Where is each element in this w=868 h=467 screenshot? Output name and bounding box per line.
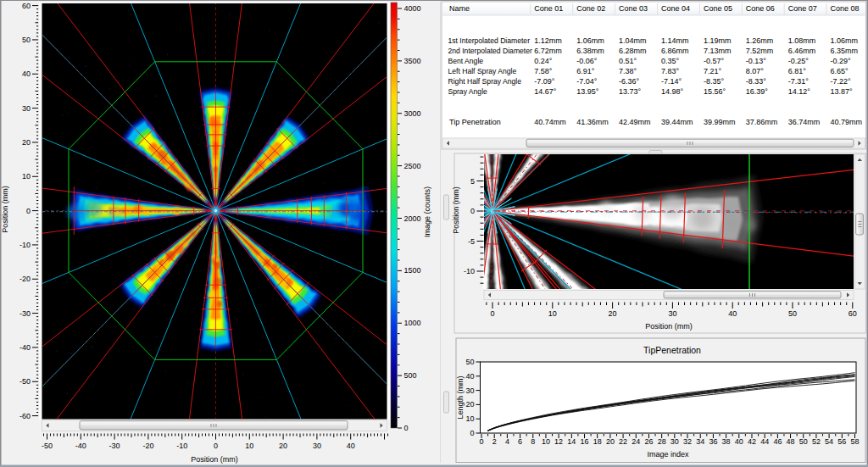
svg-text:500: 500: [404, 371, 417, 380]
svg-text:20: 20: [606, 437, 615, 446]
svg-text:10: 10: [245, 442, 253, 450]
svg-text:8: 8: [531, 437, 535, 446]
svg-text:0.24°: 0.24°: [534, 57, 553, 65]
svg-text:39.44mm: 39.44mm: [661, 118, 693, 126]
svg-text:5: 5: [470, 177, 475, 186]
svg-text:0: 0: [214, 442, 218, 450]
svg-text:15.56°: 15.56°: [704, 87, 726, 96]
svg-text:6.38mm: 6.38mm: [576, 47, 604, 55]
svg-text:42: 42: [748, 437, 756, 446]
svg-text:13.87°: 13.87°: [831, 87, 854, 96]
svg-text:-50: -50: [19, 377, 31, 386]
svg-text:6.91°: 6.91°: [576, 67, 595, 75]
svg-text:41.36mm: 41.36mm: [576, 118, 609, 126]
svg-text:16.39°: 16.39°: [746, 87, 769, 96]
svg-text:-10: -10: [176, 442, 187, 450]
svg-text:Cone 01: Cone 01: [534, 4, 563, 13]
svg-text:1.14mm: 1.14mm: [661, 36, 689, 45]
svg-text:28: 28: [658, 437, 666, 446]
svg-text:Spray Angle: Spray Angle: [448, 87, 488, 96]
svg-text:14.12°: 14.12°: [788, 87, 811, 96]
svg-text:60: 60: [849, 309, 857, 318]
svg-text:1.26mm: 1.26mm: [746, 36, 774, 45]
svg-text:Position (mm): Position (mm): [452, 186, 460, 234]
svg-text:-6.36°: -6.36°: [619, 77, 640, 86]
svg-text:7.21°: 7.21°: [704, 67, 722, 75]
svg-text:-10: -10: [19, 241, 31, 249]
svg-text:-30: -30: [19, 309, 31, 318]
svg-text:-7.09°: -7.09°: [534, 77, 555, 86]
svg-text:Position (mm): Position (mm): [1, 186, 9, 233]
svg-text:20: 20: [279, 442, 287, 450]
svg-text:2nd Interpolated Diameter: 2nd Interpolated Diameter: [448, 47, 533, 55]
svg-text:0: 0: [470, 207, 475, 215]
svg-text:2: 2: [492, 437, 497, 446]
svg-text:0: 0: [404, 424, 409, 432]
svg-text:14.67°: 14.67°: [534, 87, 557, 96]
svg-text:Name: Name: [449, 4, 470, 13]
svg-text:-40: -40: [19, 343, 31, 352]
svg-text:Bent Angle: Bent Angle: [448, 57, 484, 65]
svg-text:10: 10: [542, 437, 550, 446]
svg-text:20: 20: [465, 400, 474, 409]
svg-text:-5: -5: [468, 237, 475, 246]
svg-text:1.08mm: 1.08mm: [788, 36, 816, 45]
svg-text:Right Half Spray Angle: Right Half Spray Angle: [448, 77, 522, 86]
svg-text:-0.29°: -0.29°: [831, 57, 852, 65]
svg-text:52: 52: [812, 437, 821, 446]
svg-text:-0.06°: -0.06°: [576, 57, 598, 65]
svg-text:4: 4: [505, 437, 509, 446]
svg-text:40: 40: [728, 309, 737, 318]
svg-text:-0.13°: -0.13°: [746, 57, 767, 65]
svg-text:50: 50: [465, 358, 474, 366]
svg-text:-0.57°: -0.57°: [704, 57, 725, 65]
svg-text:6: 6: [518, 437, 522, 446]
svg-text:39.99mm: 39.99mm: [704, 118, 736, 126]
svg-text:-7.14°: -7.14°: [661, 77, 682, 86]
svg-text:-10: -10: [464, 267, 475, 275]
svg-text:37.86mm: 37.86mm: [746, 118, 778, 126]
svg-text:-60: -60: [19, 412, 31, 420]
svg-text:-0.25°: -0.25°: [788, 57, 810, 65]
svg-text:50: 50: [799, 437, 808, 446]
svg-text:7.13mm: 7.13mm: [704, 47, 732, 55]
svg-text:10: 10: [548, 309, 557, 318]
svg-text:50: 50: [22, 36, 31, 44]
svg-text:6.65°: 6.65°: [831, 67, 849, 75]
svg-text:6.86mm: 6.86mm: [661, 47, 689, 55]
svg-text:Cone 02: Cone 02: [576, 4, 605, 13]
svg-text:-7.31°: -7.31°: [788, 77, 810, 86]
svg-text:46: 46: [773, 437, 782, 446]
svg-text:30: 30: [465, 386, 474, 395]
svg-text:8.07°: 8.07°: [746, 67, 765, 75]
svg-text:Cone 06: Cone 06: [746, 4, 775, 13]
svg-text:36.74mm: 36.74mm: [788, 118, 821, 126]
svg-text:10: 10: [22, 172, 31, 181]
svg-text:7.83°: 7.83°: [661, 67, 680, 75]
svg-text:56: 56: [837, 437, 846, 446]
svg-text:26: 26: [644, 437, 653, 446]
svg-text:6.35mm: 6.35mm: [831, 47, 859, 55]
svg-text:40: 40: [465, 372, 474, 381]
svg-text:1st Interpolated Diameter: 1st Interpolated Diameter: [448, 36, 531, 45]
svg-text:0: 0: [479, 437, 483, 446]
svg-text:40.79mm: 40.79mm: [831, 118, 863, 126]
svg-text:6.72mm: 6.72mm: [534, 47, 562, 55]
svg-text:6.81°: 6.81°: [788, 67, 807, 75]
svg-text:50: 50: [788, 309, 797, 318]
svg-text:6.28mm: 6.28mm: [619, 47, 647, 55]
svg-text:2000: 2000: [404, 214, 421, 223]
svg-text:Tip Penetration: Tip Penetration: [449, 118, 501, 126]
svg-text:-7.22°: -7.22°: [831, 77, 852, 86]
svg-text:18: 18: [593, 437, 602, 446]
svg-text:-20: -20: [19, 275, 31, 283]
svg-text:4000: 4000: [404, 4, 421, 13]
svg-text:7.52mm: 7.52mm: [746, 47, 774, 55]
svg-text:Cone 05: Cone 05: [704, 4, 732, 13]
svg-text:-7.04°: -7.04°: [576, 77, 598, 86]
svg-text:22: 22: [619, 437, 627, 446]
svg-text:30: 30: [22, 104, 31, 113]
svg-text:2500: 2500: [404, 162, 421, 170]
svg-text:0: 0: [470, 429, 474, 437]
svg-text:13.73°: 13.73°: [619, 87, 642, 96]
